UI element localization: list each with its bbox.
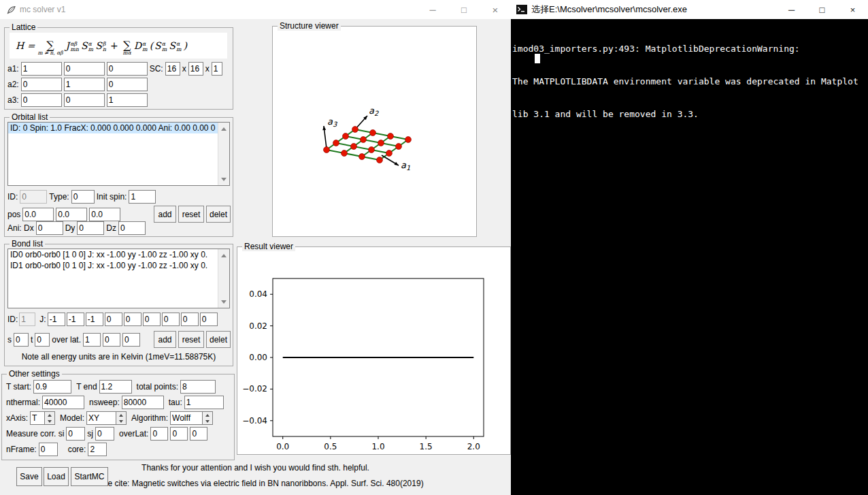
- close-icon[interactable]: ×: [837, 0, 868, 19]
- bond-listbox[interactable]: ID0 orb0-orb0 [1 0 0] J: xx -1.00 yy -1.…: [7, 249, 230, 308]
- scroll-up-icon[interactable]: [218, 123, 229, 134]
- formula-sum2: ∑mα: [123, 41, 131, 56]
- total-points-input[interactable]: [180, 380, 216, 394]
- spinner-arrows-icon[interactable]: [203, 411, 213, 425]
- load-button[interactable]: Load: [44, 467, 69, 486]
- a3-label: a3:: [7, 95, 19, 105]
- nframe-input[interactable]: [39, 443, 58, 456]
- scroll-down-icon[interactable]: [218, 296, 229, 307]
- minimize-icon[interactable]: ─: [417, 0, 448, 19]
- formula-sum1: ∑m ≠ n, αβ: [37, 41, 63, 56]
- a1-x-input[interactable]: [21, 62, 62, 76]
- bond-s-input[interactable]: [14, 333, 29, 347]
- t-end-input[interactable]: [99, 380, 132, 394]
- ani-dx-input[interactable]: [36, 221, 63, 235]
- pos-z-input[interactable]: [89, 208, 120, 221]
- nsweep-input[interactable]: [122, 396, 164, 409]
- bond-j-zy-input[interactable]: [200, 313, 218, 326]
- bond-add-button[interactable]: add: [154, 331, 176, 348]
- tau-input[interactable]: [184, 396, 224, 409]
- bond-j-zz-input[interactable]: [86, 313, 103, 326]
- xaxis-spinbox[interactable]: [30, 411, 55, 425]
- bond-j-xz-input[interactable]: [124, 313, 141, 326]
- spinner-arrows-icon[interactable]: [45, 411, 55, 425]
- bond-t-input[interactable]: [35, 333, 50, 347]
- a3-z-input[interactable]: [107, 93, 148, 107]
- bond-list-item[interactable]: ID1 orb0-orb0 [0 1 0] J: xx -1.00 yy -1.…: [8, 260, 229, 271]
- ani-dy-input[interactable]: [77, 221, 104, 235]
- measure-sj-input[interactable]: [95, 427, 114, 441]
- svg-text:0.02: 0.02: [249, 321, 267, 331]
- bond-delete-button[interactable]: delet: [206, 331, 231, 348]
- bond-j-xy-input[interactable]: [105, 313, 122, 326]
- bond-list-item[interactable]: ID0 orb0-orb0 [1 0 0] J: xx -1.00 yy -1.…: [8, 249, 229, 260]
- a3-y-input[interactable]: [64, 93, 105, 107]
- model-spinbox[interactable]: [86, 411, 127, 425]
- maximize-icon[interactable]: □: [807, 0, 837, 19]
- bond-j-xx-input[interactable]: [48, 313, 65, 326]
- model-value[interactable]: [86, 411, 116, 425]
- measure-sj-label: sj: [87, 429, 93, 438]
- a1-y-input[interactable]: [64, 62, 105, 76]
- orbital-listbox[interactable]: ID: 0 Spin: 1.0 FracX: 0.000 0.000 0.000…: [7, 122, 230, 186]
- settings-overlat-z-input[interactable]: [190, 427, 207, 441]
- sc-ny-input[interactable]: [188, 62, 203, 76]
- a2-z-input[interactable]: [107, 78, 148, 91]
- core-input[interactable]: [88, 443, 107, 456]
- save-button[interactable]: Save: [16, 467, 42, 486]
- formula-S3-scripts: αm: [162, 42, 167, 52]
- algorithm-spinbox[interactable]: [170, 411, 213, 425]
- nthermal-input[interactable]: [42, 396, 84, 409]
- a1-label: a1:: [7, 64, 19, 74]
- svg-text:2.0: 2.0: [467, 442, 480, 451]
- bond-reset-button[interactable]: reset: [178, 331, 204, 348]
- formula-S1: S: [81, 40, 88, 51]
- close-icon[interactable]: ×: [480, 0, 511, 19]
- algorithm-value[interactable]: [170, 411, 203, 425]
- app-titlebar[interactable]: mc solver v1 ─ □ ×: [0, 0, 511, 19]
- xaxis-value[interactable]: [30, 411, 45, 425]
- spinner-arrows-icon[interactable]: [116, 411, 127, 425]
- app-window-controls: ─ □ ×: [417, 0, 511, 19]
- ani-dz-input[interactable]: [118, 221, 146, 235]
- scroll-down-icon[interactable]: [218, 174, 229, 185]
- orbital-list-scrollbar[interactable]: [218, 123, 229, 185]
- scroll-up-icon[interactable]: [218, 250, 229, 261]
- settings-overlat-y-input[interactable]: [170, 427, 188, 441]
- svg-text:1.0: 1.0: [371, 442, 384, 451]
- t-start-input[interactable]: [33, 380, 71, 394]
- sc-nx-input[interactable]: [165, 62, 180, 76]
- bond-j-yz-input[interactable]: [143, 313, 161, 326]
- ani-dz-label: Dz: [106, 223, 116, 233]
- bond-j-yy-input[interactable]: [67, 313, 84, 326]
- settings-overlat-x-input[interactable]: [150, 427, 168, 441]
- orbital-type-input[interactable]: [71, 190, 95, 204]
- bond-overlat-y-input[interactable]: [103, 333, 120, 347]
- orbital-list-item[interactable]: ID: 0 Spin: 1.0 FracX: 0.000 0.000 0.000…: [8, 123, 229, 133]
- init-spin-input[interactable]: [129, 190, 156, 204]
- a2-x-input[interactable]: [21, 78, 62, 91]
- a2-y-input[interactable]: [64, 78, 105, 91]
- a1-z-input[interactable]: [107, 62, 148, 76]
- console-window: 选择E:\Mcsolver\mcsolver\mcsolver.exe ─ □ …: [511, 0, 868, 495]
- maximize-icon[interactable]: □: [448, 0, 480, 19]
- settings-overlat-label: overLat:: [119, 429, 148, 438]
- console-output[interactable]: imod03_importers.py:493: MatplotlibDepre…: [511, 19, 868, 495]
- console-titlebar[interactable]: 选择E:\Mcsolver\mcsolver\mcsolver.exe ─ □ …: [511, 0, 868, 19]
- orbital-reset-button[interactable]: reset: [178, 206, 204, 223]
- pos-x-input[interactable]: [22, 208, 54, 221]
- bond-j-zx-input[interactable]: [181, 313, 199, 326]
- orbital-add-button[interactable]: add: [154, 206, 176, 223]
- pos-y-input[interactable]: [56, 208, 87, 221]
- orbital-delete-button[interactable]: delet: [206, 206, 231, 223]
- minimize-icon[interactable]: ─: [776, 0, 807, 19]
- sc-nz-input[interactable]: [212, 62, 222, 76]
- startmc-button[interactable]: StartMC: [71, 467, 108, 486]
- bond-list-scrollbar[interactable]: [218, 249, 229, 308]
- bond-j-yx-input[interactable]: [162, 313, 180, 326]
- init-spin-label: Init spin:: [97, 192, 127, 202]
- measure-si-input[interactable]: [66, 427, 85, 441]
- bond-overlat-x-input[interactable]: [83, 333, 101, 347]
- a3-x-input[interactable]: [21, 93, 62, 107]
- bond-overlat-z-input[interactable]: [122, 333, 140, 347]
